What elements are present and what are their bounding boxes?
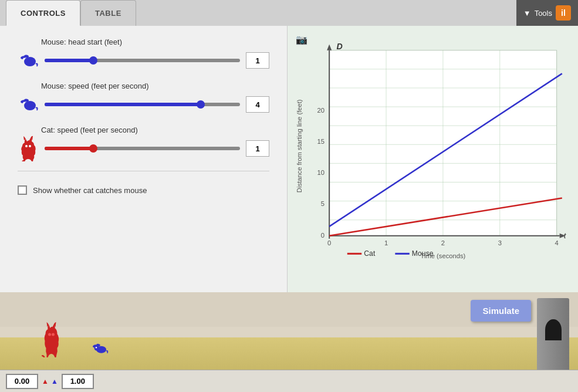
distance-time-chart: 0 5 10 15 20 0 1 2 3 4 D t Distance from… xyxy=(293,35,569,269)
mouse-speed-value: 4 xyxy=(246,96,269,113)
mouse-headstart-track xyxy=(45,59,240,62)
svg-point-0 xyxy=(24,57,36,66)
svg-point-11 xyxy=(29,145,31,147)
cat-speed-track xyxy=(45,147,240,150)
mouse-headstart-slider[interactable] xyxy=(45,55,240,66)
chart-panel: 📷 xyxy=(288,26,578,292)
sim-controls-bar: 0.00 ▲ ▲ 1.00 xyxy=(0,370,578,392)
svg-text:15: 15 xyxy=(317,138,325,145)
svg-text:4: 4 xyxy=(555,239,558,246)
svg-point-59 xyxy=(96,347,97,349)
svg-text:20: 20 xyxy=(317,107,325,114)
controls-panel: Mouse: head start (feet) xyxy=(0,26,288,292)
sim-mousehole xyxy=(545,319,562,340)
svg-point-54 xyxy=(52,333,55,336)
mouse-headstart-input-row: 1 xyxy=(18,50,269,71)
mouse-headstart-value: 1 xyxy=(246,52,269,69)
svg-text:Mouse: Mouse xyxy=(412,249,434,258)
tools-label: Tools xyxy=(535,9,552,18)
mouse-headstart-control: Mouse: head start (feet) xyxy=(18,38,269,71)
cat-catches-checkbox[interactable] xyxy=(18,185,27,195)
mouse-speed-fill xyxy=(45,103,201,106)
table-tab-label: TABLE xyxy=(95,9,121,18)
svg-text:0: 0 xyxy=(327,239,331,246)
mouse-speed-slider[interactable] xyxy=(45,99,240,110)
divider xyxy=(18,171,269,171)
cat-arrow-indicator: ▲ xyxy=(42,377,49,386)
mouse-speed-thumb[interactable] xyxy=(197,100,205,109)
cat-speed-slider[interactable] xyxy=(45,143,240,154)
tools-arrow-icon: ▼ xyxy=(523,9,531,18)
svg-text:3: 3 xyxy=(498,239,502,246)
cat-icon xyxy=(18,138,39,159)
svg-text:5: 5 xyxy=(321,200,325,207)
mouse-speed-label: Mouse: speed (feet per second) xyxy=(41,82,269,90)
mouse-speed-control: Mouse: speed (feet per second) xyxy=(18,82,269,115)
checkbox-label: Show whether cat catches mouse xyxy=(33,186,147,195)
svg-text:10: 10 xyxy=(317,169,325,176)
svg-text:D: D xyxy=(336,42,342,51)
cat-speed-control: Cat: speed (feet per second) xyxy=(18,126,269,159)
arrow-indicators: ▲ ▲ xyxy=(42,377,58,386)
middle-section: Mouse: head start (feet) xyxy=(0,26,578,292)
top-bar: CONTROLS TABLE ▼ Tools il xyxy=(0,0,578,26)
cat-speed-thumb[interactable] xyxy=(89,144,97,153)
sim-floor xyxy=(0,337,578,370)
main-container: CONTROLS TABLE ▼ Tools il Mouse: head st… xyxy=(0,0,578,392)
svg-text:Cat: Cat xyxy=(364,249,376,258)
svg-text:2: 2 xyxy=(441,239,445,246)
svg-text:Distance from starting line (f: Distance from starting line (feet) xyxy=(296,99,303,192)
cat-speed-fill xyxy=(45,147,93,150)
mouse-arrow-indicator: ▲ xyxy=(51,377,58,386)
svg-point-53 xyxy=(48,333,51,336)
svg-point-5 xyxy=(24,101,36,110)
tools-button[interactable]: ▼ Tools il xyxy=(516,0,578,26)
camera-icon[interactable]: 📷 xyxy=(296,34,307,45)
mouse-icon-2 xyxy=(18,94,39,115)
svg-text:0: 0 xyxy=(321,232,325,239)
mouse-headstart-label: Mouse: head start (feet) xyxy=(41,38,269,46)
cat-speed-input-row: 1 xyxy=(18,138,269,159)
mouse-speed-track xyxy=(45,103,240,106)
svg-marker-32 xyxy=(327,44,332,50)
controls-tab-label: CONTROLS xyxy=(21,9,66,18)
tab-table[interactable]: TABLE xyxy=(80,0,136,26)
mouse-icon-1 xyxy=(18,50,39,71)
checkbox-row: Show whether cat catches mouse xyxy=(18,185,269,195)
mouse-simulation xyxy=(91,342,109,358)
mouse-headstart-fill xyxy=(45,59,93,62)
mouse-position-box: 1.00 xyxy=(62,374,94,389)
cat-speed-label: Cat: speed (feet per second) xyxy=(41,126,269,134)
tab-controls[interactable]: CONTROLS xyxy=(6,0,80,26)
cat-position-box: 0.00 xyxy=(6,374,38,389)
mouse-headstart-thumb[interactable] xyxy=(89,56,97,65)
svg-point-4 xyxy=(23,58,25,60)
mouse-speed-input-row: 4 xyxy=(18,94,269,115)
tools-brand-icon: il xyxy=(556,5,571,21)
svg-point-9 xyxy=(23,102,25,104)
cat-speed-value: 1 xyxy=(246,140,269,157)
simulation-area: Simulate 0.00 ▲ ▲ 1.00 xyxy=(0,292,578,392)
svg-point-10 xyxy=(25,145,28,147)
svg-text:t: t xyxy=(564,231,567,240)
cat-simulation xyxy=(38,322,65,360)
simulate-button[interactable]: Simulate xyxy=(471,300,531,322)
svg-text:1: 1 xyxy=(384,239,388,246)
